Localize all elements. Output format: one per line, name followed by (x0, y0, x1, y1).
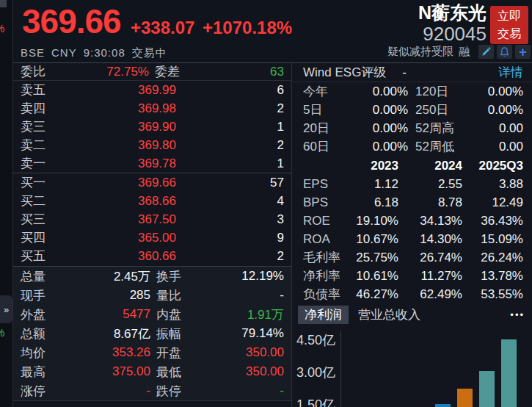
chart-bar (457, 389, 473, 407)
bid-price: 368.66 (72, 194, 176, 209)
ask-row-5[interactable]: 卖五 369.99 6 (13, 81, 291, 99)
bid-levels: 买一 369.66 57 买二 368.66 4 买三 367.50 3 买四 … (13, 173, 291, 265)
chart-tab-net-profit[interactable]: 净利润 (298, 306, 349, 324)
return-label: 52周低 (415, 138, 461, 155)
year-column-header: 2025Q3 (462, 159, 523, 173)
ask-row-4[interactable]: 卖四 369.98 2 (13, 99, 291, 118)
ask-volume: 1 (176, 156, 284, 171)
ask-price: 369.99 (72, 83, 176, 98)
metric-value: 8.78 (398, 195, 462, 210)
bid-row-5[interactable]: 买五 360.66 2 (13, 247, 291, 265)
ask-row-3[interactable]: 卖三 369.90 1 (13, 118, 291, 136)
ask-row-1[interactable]: 卖一 369.78 1 (13, 154, 291, 173)
bid-label: 买五 (21, 248, 72, 264)
trade-button-line1: 立即 (490, 7, 528, 25)
bell-icon (500, 47, 509, 57)
return-value: 0.00 (461, 140, 523, 154)
ask-price: 369.98 (72, 101, 176, 116)
bid-price: 365.00 (72, 231, 176, 245)
metric-value: 3.88 (462, 177, 523, 192)
financials-row-bps: BPS 6.18 8.78 12.49 (292, 193, 532, 212)
return-value: 0.00% (347, 140, 408, 154)
bid-row-1[interactable]: 买一 369.66 57 (13, 173, 291, 192)
stats-row: 总额 8.67亿 振幅 79.14% (13, 324, 291, 343)
stat-label: 换手 (156, 268, 208, 285)
ask-price: 369.80 (72, 138, 176, 153)
metric-label: 净利率 (303, 267, 351, 284)
stats-row: 最高 375.00 最低 350.00 (13, 362, 291, 381)
bid-volume: 2 (176, 249, 284, 264)
chevron-right-icon: » (4, 304, 9, 315)
metric-value: 15.09% (462, 232, 523, 247)
year-column-header: 2024 (398, 159, 462, 173)
clipped-percent-glyph-red: % (0, 22, 4, 35)
margin-trading-flag[interactable]: 融 (459, 45, 470, 59)
stat-value: 5477 (72, 307, 150, 322)
stat-label: 总额 (21, 325, 72, 342)
return-value: 0.00% (461, 103, 523, 118)
stat-value: 375.00 (72, 364, 150, 379)
ask-price: 369.90 (72, 120, 176, 134)
metric-value: 25.75% (351, 251, 398, 265)
chart-bar (479, 371, 495, 407)
stat-value: 79.14% (208, 326, 284, 341)
metric-value: 53.55% (462, 287, 523, 302)
bid-label: 买一 (21, 174, 72, 191)
more-options-icon[interactable]: ••• (510, 309, 525, 320)
chart-tab-revenue[interactable]: 营业总收入 (351, 306, 427, 324)
bid-row-2[interactable]: 买二 368.66 4 (13, 192, 291, 210)
stat-label: 振幅 (156, 325, 208, 342)
metric-value: 1.12 (351, 177, 398, 192)
bid-label: 买三 (21, 211, 72, 228)
stat-value: - (208, 383, 284, 398)
ask-volume: 2 (176, 101, 284, 116)
metric-value: 10.61% (351, 269, 398, 284)
stat-label: 外盘 (21, 306, 72, 323)
financials-row-roe: ROE 19.10% 34.13% 36.43% (292, 212, 532, 230)
return-value: 0.00% (347, 103, 408, 118)
stat-label: 现手 (21, 287, 72, 304)
return-label: 120日 (415, 83, 461, 100)
metric-value: 13.78% (462, 269, 523, 284)
return-label: 今年 (303, 83, 347, 100)
esg-rating-label: Wind ESG评级 (303, 64, 386, 81)
stock-name: N蘅东光 (418, 1, 487, 24)
trade-now-button[interactable]: 立即 交易 (490, 6, 528, 44)
ask-price: 369.78 (72, 156, 176, 171)
return-label: 250日 (415, 101, 461, 118)
bid-row-3[interactable]: 买三 367.50 3 (13, 210, 291, 228)
return-value: 0.00 (461, 121, 523, 136)
chart-bar (501, 339, 517, 407)
stats-row: 总量 2.45万 换手 12.19% (13, 267, 291, 286)
ask-label: 卖五 (21, 82, 72, 98)
metric-label: 毛利率 (303, 249, 351, 266)
return-label: 5日 (303, 101, 347, 118)
metric-value: 12.49 (462, 195, 523, 210)
stat-label: 最高 (21, 364, 72, 381)
stat-value: - (72, 383, 150, 398)
ask-volume: 6 (176, 83, 284, 98)
restriction-tag: 疑似减持受限 (387, 45, 453, 59)
add-to-watchlist-button[interactable]: + (515, 45, 531, 59)
return-label: 52周高 (415, 120, 461, 137)
stock-identity: N蘅东光 920045 (418, 1, 487, 45)
stat-label: 均价 (21, 345, 72, 361)
market-status-row: BSECNY9:30:08交易中 (21, 46, 174, 60)
chart-tab-bar: 净利润 营业总收入 ••• (292, 305, 532, 324)
metric-value: 10.67% (351, 232, 398, 247)
alert-button[interactable] (497, 45, 512, 59)
ask-label: 卖三 (21, 118, 72, 135)
plus-icon: + (519, 46, 527, 59)
trade-button-line2: 交易 (490, 25, 528, 43)
bid-label: 买二 (21, 192, 72, 209)
esg-rating-row: Wind ESG评级 - 详情 (292, 63, 532, 82)
price-change: +338.07 (131, 18, 194, 38)
esg-details-link[interactable]: 详情 (498, 64, 523, 81)
window-corner-notch (0, 0, 7, 7)
bid-row-4[interactable]: 买四 365.00 9 (13, 228, 291, 247)
stat-value: 353.26 (72, 345, 150, 360)
edit-note-button[interactable] (478, 45, 494, 59)
return-row: 60日 0.00% 52周低 0.00 (292, 137, 532, 156)
expand-sidebar-button[interactable]: » (0, 295, 12, 323)
ask-row-2[interactable]: 卖二 369.80 2 (13, 136, 291, 154)
